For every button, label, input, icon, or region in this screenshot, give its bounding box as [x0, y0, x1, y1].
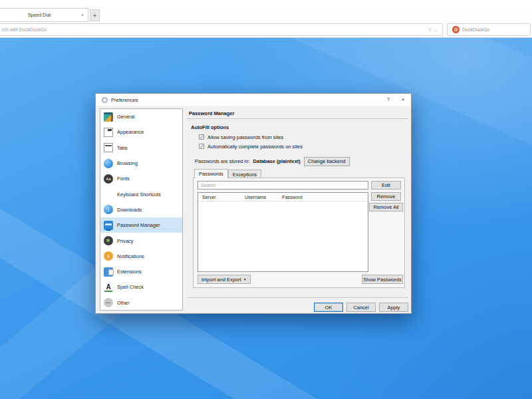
dropdown-arrow-icon: ▼	[243, 277, 247, 281]
sidebar-item-label: Notifications	[117, 253, 144, 259]
url-placeholder-text: rch with DuckDuckGo	[2, 27, 428, 32]
passwords-table[interactable]: ServerUsernamePassword	[198, 192, 368, 272]
storage-backend-value: Database (plaintext)	[253, 158, 301, 164]
tab-title: Speed Dial	[0, 13, 78, 17]
divider	[187, 297, 408, 298]
edit-button[interactable]: Edit	[371, 181, 401, 190]
sidebar-item-keyboard-shortcuts[interactable]: Keyboard Shortcuts	[100, 186, 182, 201]
sidebar-item-label: Privacy	[117, 238, 134, 244]
cancel-button[interactable]: Cancel	[346, 303, 376, 312]
show-passwords-button[interactable]: Show Passwords	[362, 275, 403, 284]
storage-row: Passwords are stored in: Database (plain…	[195, 156, 350, 166]
dialog-title: Preferences	[111, 97, 138, 103]
bookmark-star-icon[interactable]: ☆	[428, 27, 432, 33]
password-manager-panel: Password Manager AutoFill options Allow …	[187, 108, 408, 311]
ok-button[interactable]: OK	[314, 303, 343, 312]
sidebar-item-downloads[interactable]: ↓Downloads	[100, 202, 182, 217]
sidebar-item-label: Extensions	[117, 269, 142, 275]
sidebar-item-label: General	[117, 114, 135, 120]
sidebar-item-label: Tabs	[117, 145, 128, 151]
duckduckgo-logo-icon: D	[452, 26, 460, 33]
sidebar-item-label: Downloads	[117, 207, 142, 213]
tab-passwords[interactable]: Passwords	[194, 169, 228, 178]
new-tab-button[interactable]: +	[90, 9, 100, 21]
tabs-icon	[104, 143, 113, 152]
sidebar-item-appearance[interactable]: Appearance	[100, 124, 182, 140]
import-export-button[interactable]: Import and Export ▼	[198, 275, 251, 284]
keyboard-icon	[104, 190, 113, 199]
remove-all-button[interactable]: Remove All	[369, 203, 403, 211]
desktop-wallpaper: Preferences ? × GeneralAppearanceTabsBro…	[0, 38, 532, 399]
column-header-server[interactable]: Server	[198, 195, 241, 200]
globe-icon	[104, 159, 113, 168]
apply-button[interactable]: Apply	[379, 303, 408, 312]
checkbox-row: Automatically complete passwords on site…	[199, 142, 303, 151]
address-bar: rch with DuckDuckGo ☆ ⌄ D DuckDuckGo	[0, 22, 532, 38]
sidebar-item-spell-check[interactable]: ASpell Check	[100, 279, 182, 295]
sidebar-item-label: Appearance	[117, 129, 144, 135]
dialog-footer: OK Cancel Apply	[314, 303, 408, 312]
password-manager-icon	[104, 221, 113, 230]
download-arrow-icon: ↓	[104, 205, 113, 214]
search-engine-name: DuckDuckGo	[462, 27, 489, 32]
sidebar-item-other[interactable]: •••Other	[100, 295, 182, 311]
sidebar-item-fonts[interactable]: AaFonts	[100, 171, 182, 186]
import-export-label: Import and Export	[201, 277, 241, 283]
sidebar-item-label: Keyboard Shortcuts	[117, 192, 161, 198]
panel-title: Password Manager	[189, 110, 234, 116]
autofill-checkboxes: Allow saving passwords from sitesAutomat…	[199, 132, 303, 151]
preferences-sidebar: GeneralAppearanceTabsBrowsingAaFontsKeyb…	[100, 108, 183, 311]
puzzle-icon	[104, 267, 113, 277]
column-header-password[interactable]: Password	[278, 195, 368, 200]
sidebar-items: GeneralAppearanceTabsBrowsingAaFontsKeyb…	[100, 109, 182, 311]
checkbox-label: Automatically complete passwords on site…	[207, 144, 303, 150]
passwords-table-header: ServerUsernamePassword	[198, 193, 368, 201]
storage-label: Passwords are stored in:	[195, 158, 250, 164]
notification-icon: i	[104, 251, 113, 261]
change-backend-button[interactable]: Change backend	[304, 157, 350, 166]
tab-speed-dial[interactable]: Speed Dial ×	[0, 8, 88, 22]
preferences-dialog: Preferences ? × GeneralAppearanceTabsBro…	[95, 93, 412, 314]
checkbox-label: Allow saving passwords from sites	[207, 134, 283, 140]
screen: Speed Dial × + rch with DuckDuckGo ☆ ⌄ D…	[0, 0, 532, 399]
sidebar-item-label: Spell Check	[117, 284, 144, 290]
sidebar-item-browsing[interactable]: Browsing	[100, 156, 182, 171]
sidebar-item-label: Password Manager	[117, 222, 160, 228]
column-header-username[interactable]: Username	[241, 195, 278, 200]
appearance-icon	[104, 128, 113, 137]
browser-chrome: Speed Dial × + rch with DuckDuckGo ☆ ⌄ D…	[0, 0, 532, 38]
checkbox-row: Allow saving passwords from sites	[199, 132, 303, 142]
tab-close-icon[interactable]: ×	[78, 12, 86, 18]
sidebar-item-general[interactable]: General	[100, 109, 182, 124]
sidebar-item-label: Other	[117, 300, 130, 306]
autofill-options-heading: AutoFill options	[191, 124, 229, 130]
close-button[interactable]: ×	[395, 94, 411, 106]
sidebar-item-label: Fonts	[117, 176, 130, 182]
spellcheck-icon: A	[104, 283, 113, 292]
sidebar-item-extensions[interactable]: Extensions	[100, 264, 182, 279]
passwords-groupbox: Edit Remove Remove All ServerUsernamePas…	[193, 178, 405, 288]
remove-button[interactable]: Remove	[371, 192, 401, 201]
checkbox[interactable]	[199, 144, 204, 149]
ellipsis-icon: •••	[104, 298, 113, 307]
general-icon	[104, 112, 113, 122]
sidebar-item-label: Browsing	[117, 160, 138, 166]
help-button[interactable]: ?	[380, 94, 396, 106]
chevron-down-icon[interactable]: ⌄	[434, 27, 438, 32]
url-field[interactable]: rch with DuckDuckGo ☆ ⌄	[0, 23, 443, 36]
divider	[187, 118, 408, 119]
tab-bar: Speed Dial × +	[0, 8, 532, 22]
dialog-title-bar[interactable]: Preferences ? ×	[96, 94, 411, 106]
search-input[interactable]	[198, 181, 368, 190]
sidebar-item-notifications[interactable]: iNotifications	[100, 249, 182, 264]
search-engine-field[interactable]: D DuckDuckGo	[447, 23, 531, 36]
passwords-exceptions-tabs: PasswordsExceptions	[194, 169, 261, 178]
sidebar-item-tabs[interactable]: Tabs	[100, 140, 182, 156]
sidebar-item-privacy[interactable]: Privacy	[100, 233, 182, 248]
otter-app-icon	[102, 97, 108, 103]
sidebar-item-password-manager[interactable]: Password Manager	[100, 217, 182, 233]
privacy-icon	[104, 236, 113, 245]
fonts-icon: Aa	[104, 174, 113, 184]
checkbox[interactable]	[199, 134, 204, 140]
